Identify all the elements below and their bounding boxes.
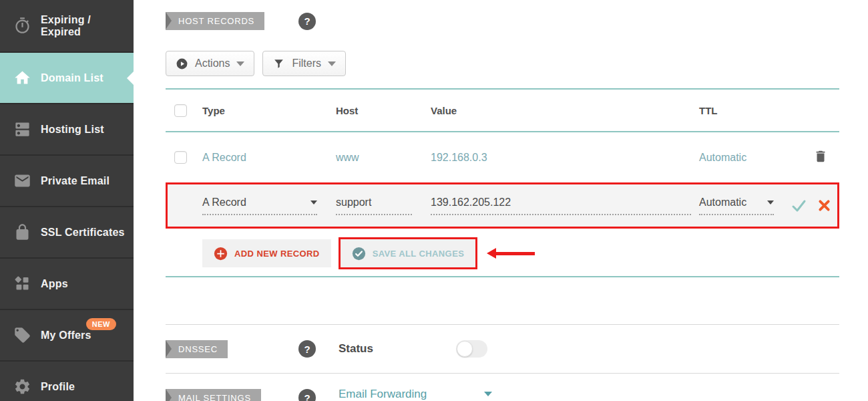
- chevron-down-icon: [328, 61, 336, 66]
- chevron-down-icon: [767, 200, 774, 205]
- mail-settings-section: MAIL SETTINGS ? Email Forwarding: [166, 374, 839, 401]
- sidebar-item-label: Apps: [41, 278, 68, 290]
- type-select[interactable]: A Record: [202, 196, 317, 215]
- actions-button[interactable]: Actions: [166, 51, 254, 76]
- host-records-table: Type Host Value TTL A Record www 192.168…: [166, 88, 839, 277]
- actions-button-label: Actions: [195, 57, 230, 70]
- apps-icon: [13, 275, 31, 293]
- sidebar-item-expiring-expired[interactable]: Expiring / Expired: [0, 0, 134, 51]
- play-circle-icon: [176, 57, 188, 70]
- chevron-down-icon: [236, 61, 244, 66]
- new-badge: NEW: [86, 318, 116, 330]
- save-all-changes-label: SAVE ALL CHANGES: [373, 249, 465, 259]
- dnssec-status-toggle[interactable]: [456, 340, 487, 358]
- ttl-select[interactable]: Automatic: [699, 196, 774, 215]
- record-actions-row: ADD NEW RECORD SAVE ALL CHANGES: [202, 237, 839, 269]
- dnssec-section: DNSSEC ? Status: [166, 325, 839, 373]
- annotation-arrow-icon: [496, 252, 535, 255]
- table-row: A Record www 192.168.0.3 Automatic: [166, 132, 839, 182]
- sidebar-item-label: Hosting List: [41, 124, 104, 136]
- column-header-host: Host: [336, 105, 431, 116]
- plus-circle-icon: [214, 247, 228, 261]
- sidebar-item-profile[interactable]: Profile: [0, 360, 134, 401]
- value-input[interactable]: 139.162.205.122: [431, 196, 691, 215]
- envelope-icon: [13, 172, 31, 190]
- confirm-check-icon[interactable]: [791, 198, 807, 214]
- toolbar: Actions Filters: [166, 51, 839, 76]
- sidebar-item-label: Domain List: [41, 72, 103, 84]
- dnssec-section-badge: DNSSEC: [166, 340, 228, 358]
- select-all-checkbox[interactable]: [174, 104, 187, 117]
- filter-icon: [272, 57, 285, 70]
- filters-button-label: Filters: [292, 57, 321, 70]
- sidebar-item-label: Private Email: [41, 175, 110, 187]
- tag-icon: [13, 326, 31, 344]
- help-icon[interactable]: ?: [298, 340, 316, 358]
- mail-settings-section-badge: MAIL SETTINGS: [166, 389, 261, 401]
- add-new-record-button[interactable]: ADD NEW RECORD: [202, 239, 331, 267]
- sidebar: Expiring / Expired Domain List Hosting L…: [0, 0, 134, 401]
- chevron-down-icon: [310, 200, 317, 205]
- sidebar-item-ssl-certificates[interactable]: SSL Certificates: [0, 206, 134, 257]
- cancel-x-icon[interactable]: [817, 198, 831, 213]
- dnssec-status-label: Status: [339, 342, 373, 356]
- mail-settings-select[interactable]: Email Forwarding: [339, 388, 492, 401]
- record-type[interactable]: A Record: [202, 152, 336, 164]
- sidebar-item-label: Expiring / Expired: [41, 14, 134, 38]
- mail-settings-selected-value: Email Forwarding: [339, 388, 427, 401]
- column-header-ttl: TTL: [699, 105, 787, 116]
- host-records-section-badge: HOST RECORDS: [166, 12, 264, 30]
- sidebar-item-label: SSL Certificates: [41, 227, 125, 239]
- server-icon: [13, 120, 31, 138]
- sidebar-item-label: My Offers: [41, 329, 91, 342]
- add-new-record-label: ADD NEW RECORD: [234, 249, 320, 259]
- sidebar-item-label: Profile: [41, 381, 75, 393]
- record-host[interactable]: www: [336, 152, 431, 164]
- sidebar-item-apps[interactable]: Apps: [0, 257, 134, 309]
- sidebar-item-private-email[interactable]: Private Email: [0, 154, 134, 206]
- lock-icon: [13, 223, 31, 241]
- trash-icon[interactable]: [813, 148, 828, 164]
- check-circle-icon: [352, 247, 366, 261]
- help-icon[interactable]: ?: [298, 13, 316, 30]
- ttl-select-value: Automatic: [699, 196, 746, 209]
- stopwatch-icon: [13, 17, 31, 35]
- record-value[interactable]: 192.168.0.3: [431, 152, 699, 164]
- row-checkbox[interactable]: [174, 151, 187, 164]
- type-select-value: A Record: [202, 196, 246, 209]
- main-content: HOST RECORDS ? Actions Filters Type Host…: [134, 0, 868, 401]
- table-header-row: Type Host Value TTL: [166, 90, 839, 132]
- host-input[interactable]: support: [336, 196, 412, 215]
- toggle-knob: [457, 341, 473, 357]
- sidebar-item-domain-list[interactable]: Domain List: [0, 51, 134, 103]
- column-header-value: Value: [431, 105, 699, 116]
- filters-button[interactable]: Filters: [262, 51, 346, 76]
- chevron-down-icon: [484, 392, 492, 396]
- save-highlight-box: SAVE ALL CHANGES: [339, 237, 478, 269]
- sidebar-item-my-offers[interactable]: My Offers NEW: [0, 309, 134, 360]
- host-records-header: HOST RECORDS ?: [166, 12, 839, 30]
- gear-icon: [13, 378, 31, 396]
- home-icon: [13, 69, 31, 87]
- help-icon[interactable]: ?: [298, 389, 316, 401]
- column-header-type: Type: [202, 105, 336, 116]
- sidebar-item-hosting-list[interactable]: Hosting List: [0, 103, 134, 154]
- save-all-changes-button[interactable]: SAVE ALL CHANGES: [341, 239, 476, 267]
- record-ttl[interactable]: Automatic: [699, 152, 787, 164]
- record-edit-row: A Record support 139.162.205.122 Automat…: [166, 182, 839, 229]
